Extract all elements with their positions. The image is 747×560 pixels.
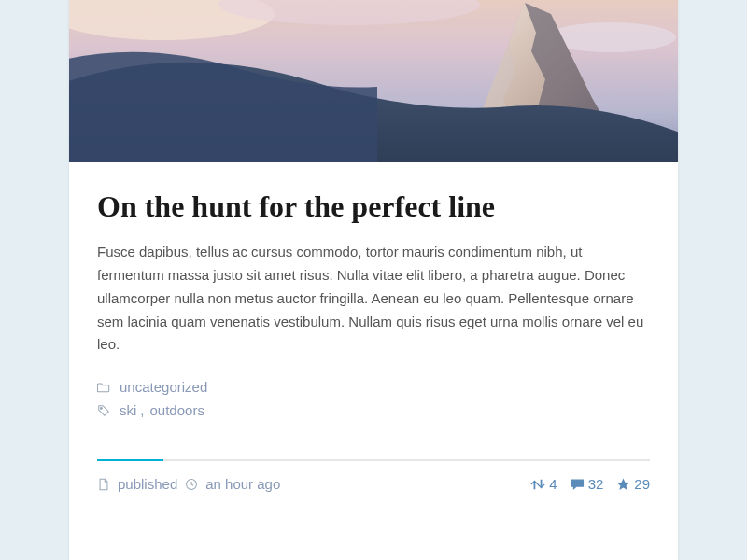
post-content: On the hunt for the perfect line Fusce d… — [69, 162, 678, 442]
tag-link-ski[interactable]: ski — [120, 402, 136, 418]
category-link[interactable]: uncategorized — [120, 379, 207, 395]
comments-stat[interactable]: 32 — [571, 476, 604, 492]
time-segment: an hour ago — [185, 476, 280, 492]
time-text: an hour ago — [205, 476, 280, 492]
likes-count: 29 — [634, 476, 650, 492]
comments-count: 32 — [588, 476, 604, 492]
status-segment: published — [97, 476, 177, 492]
shares-stat[interactable]: 4 — [530, 476, 557, 492]
progress-bar — [97, 459, 163, 461]
shares-icon — [530, 478, 545, 491]
hero-image — [69, 0, 678, 162]
comment-icon — [571, 478, 585, 491]
svg-point-4 — [101, 407, 103, 409]
tag-link-outdoors[interactable]: outdoors — [150, 402, 204, 418]
footer-left: published an hour ago — [97, 476, 280, 492]
clock-icon — [185, 478, 198, 491]
tag-icon — [97, 404, 110, 417]
status-text: published — [118, 476, 177, 492]
document-icon — [97, 478, 110, 491]
post-body: Fusce dapibus, tellus ac cursus commodo,… — [97, 241, 650, 357]
progress-track — [97, 459, 650, 461]
category-row: uncategorized — [97, 379, 650, 395]
star-icon — [616, 478, 630, 491]
folder-icon — [97, 381, 110, 394]
post-title: On the hunt for the perfect line — [97, 189, 650, 224]
post-card: On the hunt for the perfect line Fusce d… — [69, 0, 678, 560]
tags-row: ski, outdoors — [97, 402, 650, 418]
footer-stats: 4 32 29 — [530, 476, 650, 492]
likes-stat[interactable]: 29 — [616, 476, 650, 492]
shares-count: 4 — [549, 476, 557, 492]
post-footer: published an hour ago — [69, 461, 678, 511]
